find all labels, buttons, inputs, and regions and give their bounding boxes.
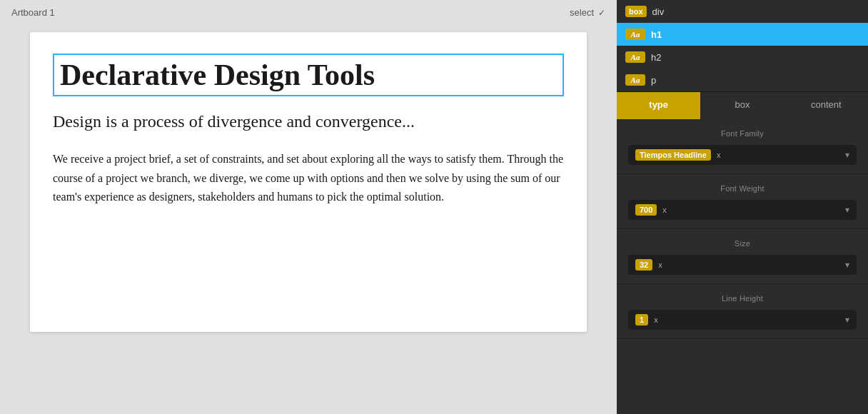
label-font-family: Font Family	[628, 129, 857, 138]
artboard-h2[interactable]: Design is a process of divergence and co…	[53, 111, 564, 133]
tag-1: 1	[635, 314, 648, 325]
control-size[interactable]: 32 x ▾	[628, 255, 857, 275]
label-line-height: Line Height	[628, 294, 857, 303]
clear-line-height-button[interactable]: x	[652, 315, 660, 324]
section-line-height: Line Height 1 x ▾	[617, 284, 868, 339]
artboard-wrapper: Declarative Design Tools Design is a pro…	[0, 25, 617, 414]
badge-aa-p: Aa	[625, 74, 645, 86]
chevron-font-family-icon: ▾	[845, 150, 849, 160]
clear-font-weight-button[interactable]: x	[661, 206, 668, 214]
artboard-h1[interactable]: Declarative Design Tools	[53, 54, 564, 96]
section-font-weight: Font Weight 700 x ▾	[617, 174, 868, 229]
select-label: select	[570, 7, 594, 18]
element-row-h1[interactable]: Aa h1	[617, 23, 868, 46]
control-line-height[interactable]: 1 x ▾	[628, 310, 857, 330]
badge-aa-h1: Aa	[625, 29, 645, 40]
badge-box: box	[625, 6, 647, 17]
label-font-weight: Font Weight	[628, 184, 857, 193]
canvas-toolbar: Artboard 1 select ✓	[0, 0, 617, 25]
tab-box[interactable]: box	[700, 92, 784, 119]
chevron-line-height-icon: ▾	[845, 315, 849, 325]
checkmark-icon: ✓	[598, 8, 605, 18]
app-container: Artboard 1 select ✓ Declarative Design T…	[0, 0, 868, 414]
tab-type[interactable]: type	[617, 92, 700, 119]
element-row-p[interactable]: Aa p	[617, 69, 868, 91]
panel-tabs: type box content	[617, 92, 868, 119]
element-tree: box div Aa h1 Aa h2 Aa p	[617, 0, 868, 92]
tag-700: 700	[635, 204, 657, 216]
chevron-size-icon: ▾	[845, 260, 849, 270]
artboard-label: Artboard 1	[11, 7, 55, 18]
clear-font-family-button[interactable]: x	[715, 151, 722, 159]
properties-panel: box div Aa h1 Aa h2 Aa p type box conten…	[617, 0, 868, 414]
clear-size-button[interactable]: x	[657, 261, 664, 269]
label-size: Size	[628, 239, 857, 248]
section-size: Size 32 x ▾	[617, 229, 868, 284]
badge-aa-h2: Aa	[625, 51, 645, 63]
canvas-area: Artboard 1 select ✓ Declarative Design T…	[0, 0, 617, 414]
panel-content: Font Family Tiempos Headline x ▾ Font We…	[617, 119, 868, 339]
label-h2: h2	[651, 52, 661, 63]
control-font-weight[interactable]: 700 x ▾	[628, 200, 857, 220]
tag-tiempos: Tiempos Headline	[635, 149, 711, 161]
element-row-h2[interactable]: Aa h2	[617, 46, 868, 69]
section-font-family: Font Family Tiempos Headline x ▾	[617, 119, 868, 174]
label-p: p	[651, 75, 656, 86]
label-h1: h1	[651, 29, 662, 40]
tab-content[interactable]: content	[784, 92, 868, 119]
element-row-div[interactable]: box div	[617, 0, 868, 23]
chevron-font-weight-icon: ▾	[845, 205, 849, 215]
label-div: div	[652, 6, 665, 17]
select-tool[interactable]: select ✓	[570, 7, 605, 18]
artboard[interactable]: Declarative Design Tools Design is a pro…	[30, 32, 587, 332]
control-font-family[interactable]: Tiempos Headline x ▾	[628, 145, 857, 165]
artboard-p[interactable]: We receive a project brief, a set of con…	[53, 150, 564, 206]
tag-32: 32	[635, 259, 652, 271]
